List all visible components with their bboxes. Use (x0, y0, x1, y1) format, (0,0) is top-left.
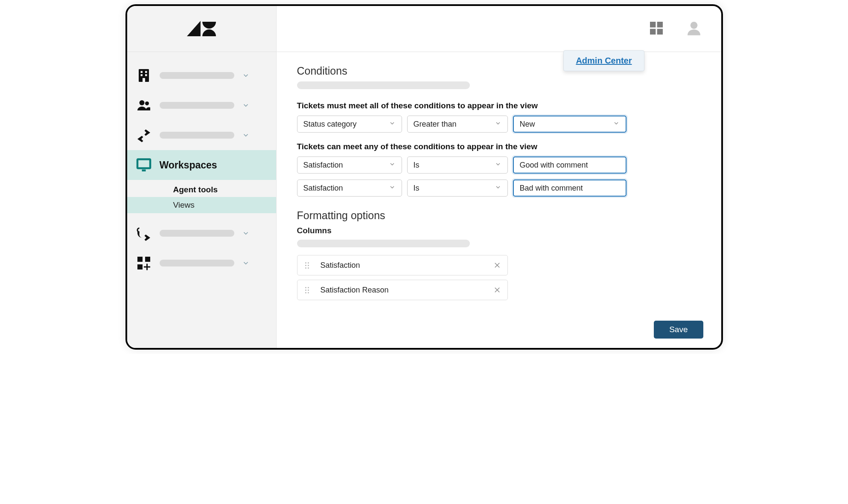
condition-field-value: Satisfaction (303, 184, 343, 193)
svg-rect-9 (142, 170, 146, 172)
chevron-down-icon (495, 120, 501, 129)
condition-value-select[interactable]: Good with comment (513, 156, 627, 174)
users-icon (135, 96, 153, 114)
svg-point-6 (139, 100, 144, 105)
logo (127, 6, 276, 52)
chevron-down-icon (495, 184, 501, 193)
sidebar-item-channels[interactable] (127, 120, 276, 150)
svg-point-7 (145, 101, 149, 105)
apps-grid-icon[interactable] (648, 20, 665, 38)
condition-value-value: New (520, 120, 535, 129)
condition-operator-value: Greater than (414, 120, 457, 129)
zendesk-logo-icon (187, 18, 216, 40)
chevron-down-icon (613, 120, 620, 129)
condition-operator-value: Is (414, 161, 420, 170)
condition-operator-select[interactable]: Is (407, 156, 508, 174)
columns-desc-placeholder (297, 240, 470, 247)
close-icon[interactable] (493, 261, 501, 269)
svg-rect-12 (137, 264, 143, 269)
topbar (277, 6, 721, 52)
main: Admin Center Conditions Tickets must mee… (277, 6, 721, 348)
chevron-down-icon (241, 71, 251, 80)
condition-field-value: Status category (303, 120, 357, 129)
conditions-desc-placeholder (297, 81, 470, 89)
close-icon[interactable] (493, 286, 501, 294)
sidebar-item-placeholder (160, 72, 234, 79)
chevron-down-icon (241, 101, 251, 110)
sidebar-item-placeholder (160, 260, 234, 266)
condition-operator-select[interactable]: Is (407, 180, 508, 197)
condition-field-value: Satisfaction (303, 161, 343, 170)
conditions-all-label: Tickets must meet all of these condition… (297, 101, 701, 110)
sidebar-item-people[interactable] (127, 90, 276, 120)
conditions-any-label: Tickets can meet any of these conditions… (297, 142, 701, 151)
drag-handle-icon[interactable] (303, 261, 311, 269)
column-item[interactable]: Satisfaction Reason (297, 280, 508, 300)
sidebar-item-label: Workspaces (160, 159, 267, 171)
chevron-down-icon (495, 161, 501, 170)
svg-rect-15 (650, 29, 656, 34)
sidebar-subnav-item-views[interactable]: Views (127, 197, 276, 213)
condition-value-select[interactable]: Bad with comment (513, 180, 627, 197)
svg-rect-10 (137, 257, 143, 262)
condition-row-any: Satisfaction Is Bad with comment (297, 180, 701, 197)
condition-value-value: Good with comment (520, 161, 588, 170)
save-button[interactable]: Save (654, 321, 703, 339)
workspace-icon (135, 156, 153, 174)
chevron-down-icon (241, 258, 251, 268)
sidebar-subnav-title: Agent tools (127, 182, 276, 197)
svg-rect-5 (143, 78, 145, 82)
app-window: Workspaces Agent tools Views (125, 4, 723, 350)
condition-operator-value: Is (414, 184, 420, 193)
route-icon (135, 224, 153, 242)
svg-rect-2 (145, 71, 147, 73)
sidebar-item-workspaces[interactable]: Workspaces (127, 150, 276, 180)
condition-field-select[interactable]: Status category (297, 116, 402, 133)
condition-operator-select[interactable]: Greater than (407, 116, 508, 133)
sidebar-item-placeholder (160, 102, 234, 109)
condition-row-any: Satisfaction Is Good with comment (297, 156, 701, 174)
formatting-heading: Formatting options (297, 209, 701, 222)
chevron-down-icon (389, 184, 396, 193)
apps-plus-icon (135, 254, 153, 272)
column-name: Satisfaction (321, 261, 493, 270)
sidebar-item-apps[interactable] (127, 248, 276, 278)
chevron-down-icon (389, 161, 396, 170)
avatar-icon[interactable] (685, 20, 702, 38)
chevron-down-icon (241, 130, 251, 140)
chevron-down-icon (389, 120, 396, 129)
condition-field-select[interactable]: Satisfaction (297, 180, 402, 197)
sidebar: Workspaces Agent tools Views (127, 6, 277, 348)
sidebar-item-account[interactable] (127, 61, 276, 90)
building-icon (135, 67, 153, 84)
condition-value-select[interactable]: New (513, 116, 627, 133)
sidebar-item-placeholder (160, 230, 234, 237)
svg-rect-4 (145, 74, 147, 76)
arrows-icon (135, 126, 153, 144)
content: Conditions Tickets must meet all of thes… (277, 52, 721, 348)
condition-row-all: Status category Greater than New (297, 116, 701, 133)
svg-rect-1 (140, 71, 143, 73)
column-name: Satisfaction Reason (321, 286, 493, 295)
svg-rect-11 (145, 257, 150, 262)
drag-handle-icon[interactable] (303, 286, 311, 294)
sidebar-item-placeholder (160, 132, 234, 139)
svg-rect-14 (657, 22, 662, 27)
svg-rect-16 (657, 29, 662, 34)
column-item[interactable]: Satisfaction (297, 255, 508, 275)
svg-rect-8 (137, 159, 150, 168)
svg-rect-13 (650, 22, 656, 27)
sidebar-nav: Workspaces Agent tools Views (127, 52, 276, 278)
svg-point-17 (690, 22, 697, 29)
svg-rect-3 (140, 74, 143, 76)
condition-value-value: Bad with comment (520, 184, 583, 193)
sidebar-subnav: Agent tools Views (127, 180, 276, 218)
columns-label: Columns (297, 226, 701, 235)
admin-center-popup: Admin Center (563, 50, 644, 71)
admin-center-link[interactable]: Admin Center (576, 56, 632, 65)
condition-field-select[interactable]: Satisfaction (297, 156, 402, 174)
chevron-down-icon (241, 229, 251, 238)
sidebar-item-objects[interactable] (127, 218, 276, 248)
